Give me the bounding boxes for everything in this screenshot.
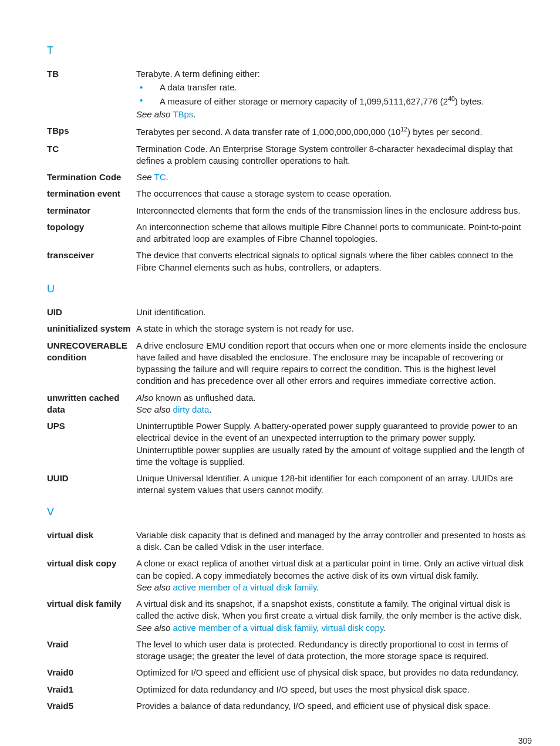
glossary-entry: TB Terabyte. A term defining either: • A… bbox=[47, 68, 532, 120]
see-also-label: See also bbox=[136, 623, 170, 633]
bullet-icon: • bbox=[136, 94, 160, 107]
bullet-text: A data transfer rate. bbox=[160, 82, 237, 93]
section-heading-t: T bbox=[47, 43, 532, 58]
term-vraid5: Vraid5 bbox=[47, 700, 136, 712]
bullet-text: A measure of either storage or memory ca… bbox=[160, 94, 484, 107]
definition-lead: Terabyte. A term defining either: bbox=[136, 68, 532, 80]
sep: , bbox=[316, 623, 321, 633]
definition: Uninterruptible Power Supply. A battery-… bbox=[136, 420, 532, 468]
see-also-label: See also bbox=[136, 404, 170, 414]
definition: The device that converts electrical sign… bbox=[136, 249, 532, 274]
see-also-label: See also bbox=[136, 582, 170, 592]
definition: Termination Code. An Enterprise Storage … bbox=[136, 143, 532, 167]
section-heading-u: U bbox=[47, 282, 532, 296]
term-ups: UPS bbox=[47, 420, 136, 468]
definition: The occurrences that cause a storage sys… bbox=[136, 188, 532, 200]
definition: Unique Universal Identifier. A unique 12… bbox=[136, 472, 532, 497]
glossary-entry: UID Unit identification. bbox=[47, 306, 532, 318]
glossary-entry: virtual disk copy A clone or exact repli… bbox=[47, 558, 532, 593]
glossary-entry: Vraid1 Optimized for data redundancy and… bbox=[47, 684, 532, 696]
page-number: 309 bbox=[47, 735, 532, 746]
term-tc: TC bbox=[47, 143, 136, 167]
see-also-label: See also bbox=[136, 109, 170, 119]
term-unrecoverable: UNRECOVERABLE condition bbox=[47, 340, 136, 387]
definition: An interconnection scheme that allows mu… bbox=[136, 221, 532, 245]
definition: Terabytes per second. A data transfer ra… bbox=[136, 125, 532, 138]
link-tc[interactable]: TC bbox=[154, 172, 166, 182]
term-transceiver: transceiver bbox=[47, 249, 136, 274]
term-termination-code: Termination Code bbox=[47, 171, 136, 183]
glossary-entry: terminator Interconnected elements that … bbox=[47, 205, 532, 217]
see-also: See also TBps. bbox=[136, 109, 532, 120]
glossary-entry: virtual disk Variable disk capacity that… bbox=[47, 529, 532, 553]
term-uninitialized-system: uninitialized system bbox=[47, 323, 136, 335]
term-topology: topology bbox=[47, 221, 136, 245]
glossary-entry: UPS Uninterruptible Power Supply. A batt… bbox=[47, 420, 532, 468]
tail: . bbox=[166, 172, 168, 182]
tail: . bbox=[383, 623, 386, 633]
tail: . bbox=[209, 404, 211, 414]
glossary-entry: unwritten cached data Also known as unfl… bbox=[47, 392, 532, 416]
definition: Optimized for I/O speed and efficient us… bbox=[136, 667, 532, 679]
link-tbps[interactable]: TBps bbox=[173, 109, 193, 119]
tail: . bbox=[193, 109, 195, 119]
definition: See TC. bbox=[136, 171, 532, 183]
definition: Variable disk capacity that is defined a… bbox=[136, 529, 532, 553]
definition-text: A clone or exact replica of another virt… bbox=[136, 558, 524, 580]
term-vraid1: Vraid1 bbox=[47, 684, 136, 696]
definition-text: A virtual disk and its snapshot, if a sn… bbox=[136, 599, 522, 620]
glossary-entry: topology An interconnection scheme that … bbox=[47, 221, 532, 245]
glossary-entry: TBps Terabytes per second. A data transf… bbox=[47, 125, 532, 138]
link-active-member[interactable]: active member of a virtual disk family bbox=[173, 623, 317, 633]
definition: Terabyte. A term defining either: • A da… bbox=[136, 68, 532, 120]
link-dirty-data[interactable]: dirty data bbox=[173, 404, 210, 414]
glossary-entry: Vraid5 Provides a balance of data redund… bbox=[47, 700, 532, 712]
section-heading-v: V bbox=[47, 505, 532, 519]
term-virtual-disk-copy: virtual disk copy bbox=[47, 558, 136, 593]
definition: The level to which user data is protecte… bbox=[136, 639, 532, 663]
term-termination-event: termination event bbox=[47, 188, 136, 200]
definition: A virtual disk and its snapshot, if a sn… bbox=[136, 598, 532, 634]
tail: . bbox=[316, 582, 319, 592]
glossary-entry: TC Termination Code. An Enterprise Stora… bbox=[47, 143, 532, 167]
definition: Provides a balance of data redundancy, I… bbox=[136, 700, 532, 712]
glossary-entry: termination event The occurrences that c… bbox=[47, 188, 532, 200]
glossary-entry: UNRECOVERABLE condition A drive enclosur… bbox=[47, 340, 532, 387]
definition: Interconnected elements that form the en… bbox=[136, 205, 532, 217]
term-uuid: UUID bbox=[47, 472, 136, 497]
glossary-entry: UUID Unique Universal Identifier. A uniq… bbox=[47, 472, 532, 497]
term-tbps: TBps bbox=[47, 125, 136, 138]
glossary-entry: Vraid The level to which user data is pr… bbox=[47, 639, 532, 663]
link-virtual-disk-copy[interactable]: virtual disk copy bbox=[322, 623, 384, 633]
bullet-item: • A data transfer rate. bbox=[136, 82, 532, 93]
glossary-entry: virtual disk family A virtual disk and i… bbox=[47, 598, 532, 634]
term-uid: UID bbox=[47, 306, 136, 318]
glossary-entry: uninitialized system A state in which th… bbox=[47, 323, 532, 335]
term-unwritten-cached-data: unwritten cached data bbox=[47, 392, 136, 416]
term-tb: TB bbox=[47, 68, 136, 120]
term-terminator: terminator bbox=[47, 205, 136, 217]
term-virtual-disk-family: virtual disk family bbox=[47, 598, 136, 634]
bullet-item: • A measure of either storage or memory … bbox=[136, 94, 532, 107]
term-vraid0: Vraid0 bbox=[47, 667, 136, 679]
definition: Optimized for data redundancy and I/O sp… bbox=[136, 684, 532, 696]
term-virtual-disk: virtual disk bbox=[47, 529, 136, 553]
also-label: Also bbox=[136, 393, 153, 403]
definition: A state in which the storage system is n… bbox=[136, 323, 532, 335]
also-text: known as unflushed data. bbox=[153, 393, 255, 403]
glossary-entry: Vraid0 Optimized for I/O speed and effic… bbox=[47, 667, 532, 679]
definition: A clone or exact replica of another virt… bbox=[136, 558, 532, 593]
see-label: See bbox=[136, 172, 152, 182]
definition: A drive enclosure EMU condition report t… bbox=[136, 340, 532, 387]
definition: Also known as unflushed data. See also d… bbox=[136, 392, 532, 416]
definition: Unit identification. bbox=[136, 306, 532, 318]
bullet-icon: • bbox=[136, 82, 160, 93]
glossary-entry: transceiver The device that converts ele… bbox=[47, 249, 532, 274]
link-active-member[interactable]: active member of a virtual disk family bbox=[173, 582, 317, 592]
glossary-entry: Termination Code See TC. bbox=[47, 171, 532, 183]
term-vraid: Vraid bbox=[47, 639, 136, 663]
